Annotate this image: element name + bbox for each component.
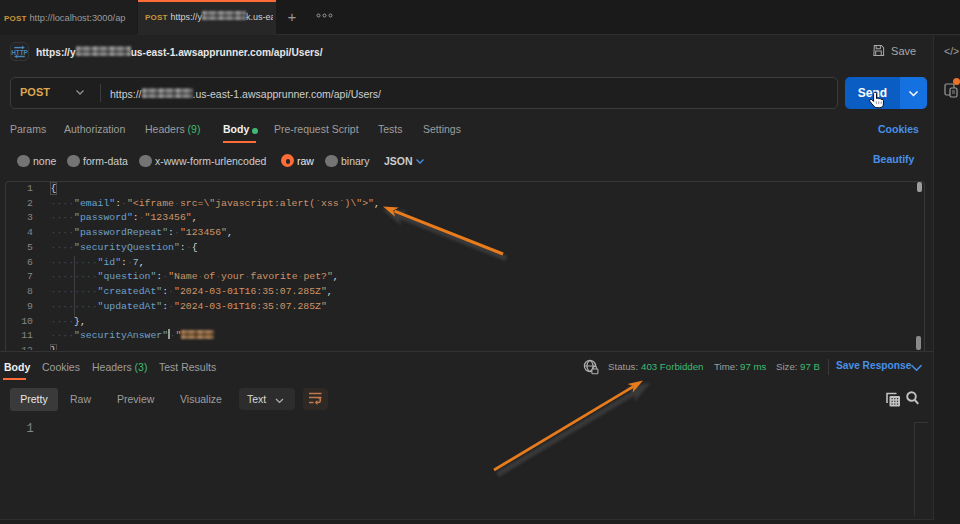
svg-text:HTTP: HTTP xyxy=(11,49,28,56)
